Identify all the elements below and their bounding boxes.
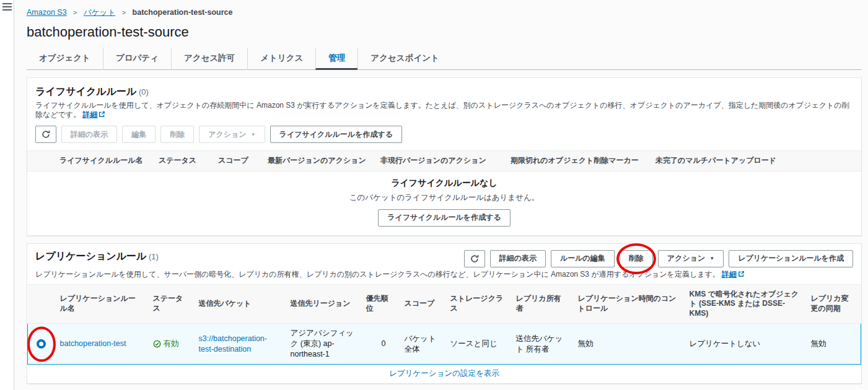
column-header: レプリカ変更の同期	[806, 284, 861, 324]
destination-bucket-link[interactable]: s3://batchoperation-test-destination	[199, 334, 268, 353]
replication-delete-button[interactable]: 削除	[620, 250, 653, 267]
cell-priority: 0	[361, 324, 400, 365]
caret-down-icon: ▼	[709, 256, 714, 261]
tab-metrics[interactable]: メトリクス	[247, 48, 315, 70]
column-header: スコープ	[400, 284, 445, 324]
empty-state-message: このバケットのライフサイクルルールはありません。	[27, 193, 861, 203]
cell-kms-encrypted-objects: レプリケートしない	[685, 324, 806, 365]
cell-rule-name: batchoperation-test	[55, 324, 148, 365]
breadcrumb: Amazon S3 > バケット > batchoperation-test-s…	[15, 0, 868, 18]
breadcrumb-buckets[interactable]: バケット	[84, 8, 115, 17]
external-link-icon	[738, 271, 745, 277]
cell-destination-region: アジアパシフィック (東京) ap-northeast-1	[286, 324, 361, 365]
empty-state-title: ライフサイクルルールなし	[27, 178, 861, 189]
column-header: レプリケーション時間のコントロール	[573, 284, 685, 324]
replication-refresh-button[interactable]	[464, 250, 485, 267]
column-header: スコープ	[213, 151, 263, 171]
lifecycle-create-rule-button[interactable]: ライフサイクルルールを作成する	[270, 126, 402, 143]
replication-rule-link[interactable]: batchoperation-test	[60, 339, 126, 348]
lifecycle-table-header-row: ライフサイクルルール名 ステータス スコープ 最新バージョンのアクション 非現行…	[27, 151, 861, 171]
check-circle-icon	[153, 340, 161, 348]
tab-objects[interactable]: オブジェクト	[27, 48, 103, 70]
page-title: batchoperation-test-source	[27, 24, 868, 40]
cell-status: 有効	[148, 324, 194, 365]
lifecycle-rules-section: ライフサイクルルール (0) ライフサイクルルールを使用して、オブジェクトの存続…	[27, 77, 862, 236]
column-header: 送信先リージョン	[286, 284, 361, 324]
side-nav-rail	[0, 0, 14, 390]
replication-learn-more-link[interactable]: 詳細	[722, 270, 745, 279]
view-replication-settings-link[interactable]: レプリケーションの設定を表示	[389, 369, 499, 378]
cell-replica-owner: 送信先バケット 所有者	[511, 324, 573, 365]
replication-view-details-button[interactable]: 詳細の表示	[490, 250, 546, 267]
column-header: ストレージクラス	[445, 284, 511, 324]
lifecycle-count-badge: (0)	[139, 87, 149, 97]
lifecycle-empty-create-button[interactable]: ライフサイクルルールを作成する	[378, 209, 510, 227]
breadcrumb-current-bucket: batchoperation-test-source	[133, 8, 233, 17]
cell-replication-time-control: 無効	[573, 324, 685, 365]
replication-rules-section: レプリケーションルール (1) 詳細の表示 ルールの編集 削除 アクション▼ レ…	[27, 243, 862, 384]
column-header: 期限切れのオブジェクト削除マーカー	[506, 151, 651, 171]
tab-management[interactable]: 管理	[315, 48, 357, 70]
refresh-icon	[470, 254, 479, 263]
cell-storage-class: ソースと同じ	[445, 324, 511, 365]
lifecycle-delete-button[interactable]: 削除	[160, 126, 194, 143]
breadcrumb-separator: >	[122, 9, 126, 16]
lifecycle-learn-more-link[interactable]: 詳細	[82, 110, 105, 119]
column-header: 優先順位	[361, 284, 400, 324]
lifecycle-view-details-button[interactable]: 詳細の表示	[61, 126, 117, 143]
column-header: 送信先バケット	[194, 284, 286, 324]
column-header: ステータス	[154, 151, 213, 171]
caret-down-icon: ▼	[251, 132, 256, 137]
replication-count-badge: (1)	[149, 252, 159, 261]
column-header: レプリカ所有者	[511, 284, 573, 324]
lifecycle-actions-dropdown[interactable]: アクション▼	[199, 126, 265, 143]
row-select-cell	[28, 324, 55, 365]
replication-rules-table: レプリケーションルール名 ステータス 送信先バケット 送信先リージョン 優先順位…	[27, 284, 861, 365]
column-header: 最新バージョンのアクション	[263, 151, 375, 171]
lifecycle-rules-table: ライフサイクルルール名 ステータス スコープ 最新バージョンのアクション 非現行…	[27, 150, 861, 171]
replication-rule-row[interactable]: batchoperation-test 有効 s3://batchoperati…	[28, 324, 861, 365]
column-header: 非現行バージョンのアクション	[375, 151, 506, 171]
lifecycle-toolbar: 詳細の表示 編集 削除 アクション▼ ライフサイクルルールを作成する	[35, 126, 853, 143]
external-link-icon	[99, 111, 105, 118]
cell-replica-modification-sync: 無効	[806, 324, 861, 365]
radio-selected-icon[interactable]	[37, 339, 46, 349]
replication-edit-rule-button[interactable]: ルールの編集	[551, 250, 615, 267]
replication-create-rule-button[interactable]: レプリケーションルールを作成	[729, 250, 853, 267]
replication-select-column-header	[28, 284, 55, 324]
replication-actions-dropdown[interactable]: アクション▼	[658, 250, 724, 267]
cell-destination-bucket: s3://batchoperation-test-destination	[194, 324, 286, 365]
lifecycle-select-column-header	[27, 151, 55, 171]
cell-scope: バケット 全体	[400, 324, 445, 365]
main-content: Amazon S3 > バケット > batchoperation-test-s…	[15, 0, 868, 390]
column-header: KMS で暗号化されたオブジェクト (SSE-KMS または DSSE-KMS)	[685, 284, 806, 324]
replication-table-footer: レプリケーションの設定を表示	[27, 365, 861, 383]
bucket-tabs: オブジェクト プロパティ アクセス許可 メトリクス 管理 アクセスポイント	[27, 48, 862, 70]
replication-table-header-row: レプリケーションルール名 ステータス 送信先バケット 送信先リージョン 優先順位…	[28, 284, 861, 324]
lifecycle-description: ライフサイクルルールを使用して、オブジェクトの存続期間中に Amazon S3 …	[35, 101, 853, 119]
replication-description: レプリケーションルールを使用して、サーバー側の暗号化、レプリカの所有権、レプリカ…	[35, 270, 853, 279]
column-header: ステータス	[148, 284, 194, 324]
column-header: ライフサイクルルール名	[55, 151, 154, 171]
lifecycle-edit-button[interactable]: 編集	[122, 126, 156, 143]
breadcrumb-amazon-s3[interactable]: Amazon S3	[27, 8, 67, 17]
replication-section-title: レプリケーションルール	[35, 251, 146, 261]
menu-icon[interactable]	[2, 3, 12, 11]
tab-access-points[interactable]: アクセスポイント	[357, 48, 452, 70]
replication-toolbar: 詳細の表示 ルールの編集 削除 アクション▼ レプリケーションルールを作成	[464, 250, 853, 267]
lifecycle-refresh-button[interactable]	[35, 126, 56, 143]
tab-properties[interactable]: プロパティ	[103, 48, 171, 70]
tab-permissions[interactable]: アクセス許可	[171, 48, 247, 70]
lifecycle-section-title: ライフサイクルルール	[35, 86, 136, 97]
lifecycle-empty-state: ライフサイクルルールなし このバケットのライフサイクルルールはありません。 ライ…	[27, 171, 861, 235]
refresh-icon	[42, 130, 50, 139]
column-header: レプリケーションルール名	[55, 284, 148, 324]
column-header: 未完了のマルチパートアップロード	[651, 151, 861, 171]
breadcrumb-separator: >	[73, 9, 77, 16]
